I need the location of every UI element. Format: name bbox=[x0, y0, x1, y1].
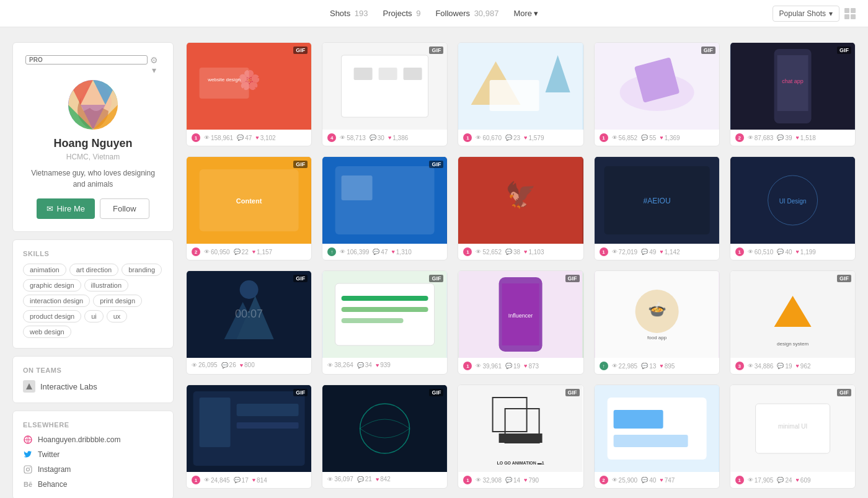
view-count: 👁 60,510 bbox=[748, 249, 774, 256]
skill-tag[interactable]: illustration bbox=[84, 279, 129, 291]
hire-me-button[interactable]: ✉ Hire Me bbox=[37, 198, 95, 219]
shot-card[interactable]: GIF 4 👁 58,713 💬 30 ♥ 1,386 bbox=[322, 42, 448, 146]
skills-section: SKILLS animation art direction branding … bbox=[12, 239, 174, 349]
shot-card[interactable]: UI Design 1 👁 60,510 💬 40 ♥ 1,199 bbox=[730, 156, 856, 260]
shot-thumbnail: 🍲food app bbox=[595, 271, 719, 358]
heart-icon: ♥ bbox=[240, 362, 243, 368]
elsewhere-twitter[interactable]: Twitter bbox=[23, 450, 163, 460]
heart-icon: ♥ bbox=[660, 135, 663, 141]
shot-thumbnail: minimal UI GIF bbox=[730, 385, 855, 472]
heart-icon: ♥ bbox=[796, 477, 799, 483]
eye-icon: 👁 bbox=[748, 249, 753, 255]
view-count: 👁 60,670 bbox=[476, 135, 502, 141]
comment-icon: 💬 bbox=[777, 249, 784, 255]
shot-card[interactable]: chat app GIF 2 👁 87,683 💬 39 ♥ 1,518 bbox=[730, 42, 856, 146]
follow-button[interactable]: Follow bbox=[100, 198, 149, 219]
badge-number: 1 bbox=[600, 247, 608, 256]
chevron-down-icon: ▾ bbox=[829, 9, 833, 18]
shot-card[interactable]: 🌸website design GIF 1 👁 158,961 💬 47 ♥ 3… bbox=[186, 42, 312, 146]
svg-rect-21 bbox=[354, 68, 373, 80]
skill-tag[interactable]: ui bbox=[84, 310, 104, 322]
comment-count: 💬 47 bbox=[237, 135, 252, 141]
skill-tag[interactable]: animation bbox=[23, 264, 66, 276]
eye-icon: 👁 bbox=[612, 477, 618, 483]
badge-number: 1 bbox=[463, 476, 472, 484]
shot-card[interactable]: GIF ↑ 👁 106,399 💬 47 ♥ 1,310 bbox=[322, 156, 448, 260]
svg-text:🦅: 🦅 bbox=[505, 180, 536, 210]
svg-text:LO GO ANIMATION ▬1: LO GO ANIMATION ▬1 bbox=[497, 461, 544, 465]
badge-number: 3 bbox=[735, 362, 744, 370]
twitter-link: Twitter bbox=[38, 450, 60, 459]
svg-point-9 bbox=[27, 468, 30, 471]
gif-badge: GIF bbox=[837, 275, 851, 282]
shot-card[interactable]: 2 👁 25,900 💬 40 ♥ 747 bbox=[594, 385, 720, 489]
heart-icon: ♥ bbox=[524, 135, 527, 141]
nav-shots[interactable]: Shots 193 bbox=[330, 9, 368, 18]
shot-card[interactable]: 1 👁 60,670 💬 23 ♥ 1,579 bbox=[458, 42, 583, 146]
gif-badge: GIF bbox=[293, 47, 308, 54]
skill-tag[interactable]: web design bbox=[23, 326, 71, 338]
skill-tag[interactable]: interaction design bbox=[23, 295, 90, 307]
view-count: 👁 58,713 bbox=[340, 135, 366, 141]
elsewhere-dribbble[interactable]: Hoanguyen.dribbble.com bbox=[23, 435, 163, 445]
shot-card[interactable]: minimal UI GIF 1 👁 17,905 💬 24 ♥ 609 bbox=[730, 385, 856, 489]
elsewhere-behance[interactable]: Bē Behance bbox=[23, 479, 163, 489]
skill-tag[interactable]: art direction bbox=[69, 264, 118, 276]
shot-card[interactable]: 🍲food app ↑ 👁 22,985 💬 13 ♥ 895 bbox=[594, 270, 720, 375]
comment-icon: 💬 bbox=[234, 249, 241, 255]
shot-card[interactable]: 🦅 1 👁 52,652 💬 38 ♥ 1,103 bbox=[458, 156, 583, 260]
view-count: 👁 39,961 bbox=[476, 363, 502, 370]
shot-card[interactable]: Influencer GIF 1 👁 39,961 💬 19 ♥ 873 bbox=[458, 270, 583, 375]
nav-followers[interactable]: Followers 30,987 bbox=[435, 9, 498, 18]
shot-card[interactable]: LO GO ANIMATION ▬1 GIF 1 👁 32,908 💬 14 ♥… bbox=[458, 385, 583, 489]
heart-icon: ♥ bbox=[524, 363, 527, 369]
shot-card[interactable]: 00:07 GIF 👁 26,095 💬 26 ♥ 800 bbox=[186, 270, 312, 375]
sort-dropdown[interactable]: Popular Shots ▾ bbox=[773, 6, 839, 22]
shot-card[interactable]: #AEIOU 1 👁 72,019 💬 49 ♥ 1,142 bbox=[594, 156, 720, 260]
shot-card[interactable]: GIF 1 👁 56,852 💬 55 ♥ 1,369 bbox=[594, 42, 720, 146]
shot-card[interactable]: design system GIF 3 👁 34,886 💬 19 ♥ 962 bbox=[730, 270, 856, 375]
skill-tag[interactable]: ux bbox=[107, 310, 128, 322]
skill-tag[interactable]: product design bbox=[23, 310, 81, 322]
pro-badge: PRO bbox=[25, 55, 148, 64]
sidebar: PRO ⚙ ▾ bbox=[12, 42, 174, 498]
svg-text:#AEIOU: #AEIOU bbox=[643, 197, 670, 205]
view-count: 👁 158,961 bbox=[204, 135, 233, 141]
svg-text:Influencer: Influencer bbox=[508, 313, 533, 319]
settings-icon[interactable]: ⚙ ▾ bbox=[148, 55, 161, 75]
eye-icon: 👁 bbox=[340, 249, 345, 255]
heart-icon: ♥ bbox=[252, 249, 255, 255]
shot-stats: 👁 26,095 💬 26 ♥ 800 bbox=[187, 358, 311, 372]
skill-tag[interactable]: branding bbox=[122, 264, 162, 276]
nav-more[interactable]: More ▾ bbox=[513, 9, 538, 18]
shot-card[interactable]: GIF 👁 38,264 💬 34 ♥ 939 bbox=[322, 270, 448, 375]
gif-badge: GIF bbox=[565, 275, 580, 282]
elsewhere-instagram[interactable]: Instagram bbox=[23, 465, 163, 474]
svg-rect-57 bbox=[342, 307, 428, 312]
shot-card[interactable]: GIF 👁 36,097 💬 21 ♥ 842 bbox=[322, 385, 448, 489]
like-count: ♥ 790 bbox=[524, 477, 539, 484]
like-count: ♥ 1,579 bbox=[524, 135, 544, 141]
eye-icon: 👁 bbox=[204, 249, 210, 255]
badge-number: 1 bbox=[735, 247, 744, 256]
skill-tag[interactable]: graphic design bbox=[23, 279, 81, 291]
comment-count: 💬 24 bbox=[777, 477, 792, 484]
comment-icon: 💬 bbox=[777, 477, 784, 483]
shot-thumbnail bbox=[458, 43, 583, 130]
profile-card: PRO ⚙ ▾ bbox=[12, 42, 174, 232]
nav-projects[interactable]: Projects 9 bbox=[383, 9, 421, 18]
grid-view-toggle[interactable] bbox=[844, 8, 856, 19]
profile-location: HCMC, Vietnam bbox=[25, 153, 161, 161]
skill-tag[interactable]: print design bbox=[93, 295, 142, 307]
heart-icon: ♥ bbox=[796, 249, 799, 255]
dribbble-link: Hoanguyen.dribbble.com bbox=[38, 435, 120, 444]
team-item[interactable]: Interactive Labs bbox=[23, 380, 163, 393]
shot-card[interactable]: GIF 1 👁 24,845 💬 17 ♥ 814 bbox=[186, 385, 312, 489]
shot-thumbnail: GIF bbox=[322, 385, 447, 472]
eye-icon: 👁 bbox=[476, 363, 481, 369]
shot-card[interactable]: Content GIF 2 👁 60,950 💬 22 ♥ 1,157 bbox=[186, 156, 312, 260]
comment-count: 💬 26 bbox=[221, 362, 236, 368]
behance-link: Behance bbox=[38, 480, 67, 489]
comment-icon: 💬 bbox=[373, 249, 379, 255]
instagram-link: Instagram bbox=[38, 465, 71, 474]
